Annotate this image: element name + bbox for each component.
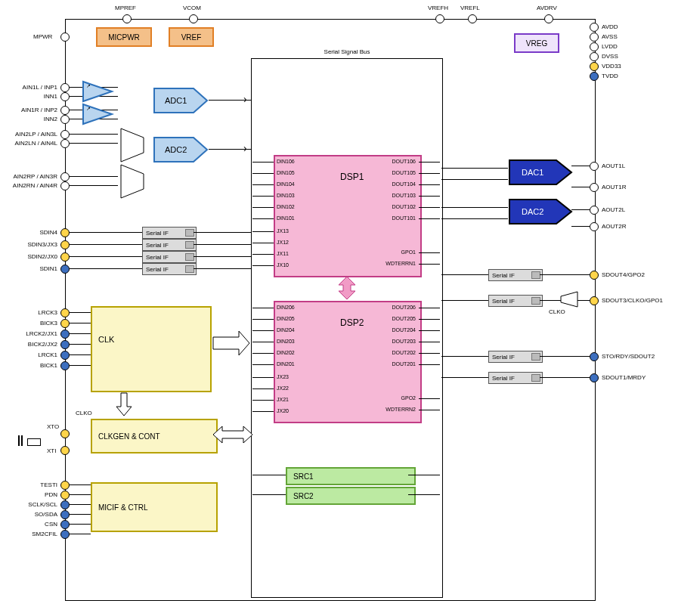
pin-sdout-0 [590, 271, 599, 280]
dsp-dsp.jx2-0: JX23 [277, 374, 289, 379]
block-clkgen: CLKGEN & CONT [91, 419, 218, 453]
dsp-dsp.dout1-2: DOUT104 [382, 181, 416, 187]
serialif-out-1: Serial IF [488, 295, 543, 307]
pin-sdin-3 [60, 265, 70, 274]
label-aout-0: AOUT1L [602, 163, 625, 169]
label-ain-0: AIN1L / INP1 [8, 84, 57, 91]
dsp-dsp.dout1-3: DOUT103 [382, 193, 416, 198]
wire-dsp.din2-1 [252, 319, 274, 320]
micpwr-label: MICPWR [108, 33, 140, 42]
wire-sdin-1 [70, 244, 142, 245]
wire-dac1b [441, 179, 508, 180]
arrow-adc1: › [243, 95, 247, 103]
dsp-dsp.jx1-0: JX13 [277, 228, 289, 234]
label-mpref: MPREF [115, 5, 136, 11]
vref-label: VREF [181, 33, 202, 42]
serialif-in-1: Serial IF [142, 239, 197, 251]
block-src2: SRC2 [286, 487, 416, 505]
pin-sdin-0 [60, 228, 70, 237]
pin-clk-5 [60, 361, 70, 370]
block-vref: VREF [169, 27, 214, 47]
pin-ain-2 [60, 106, 70, 115]
wire-dsp.extra2-1 [419, 410, 440, 410]
wire-sdout-3 [540, 377, 590, 378]
label-ain-5: AIN2LN / AIN4L [8, 140, 57, 147]
pin-clk-3 [60, 340, 70, 349]
svg-marker-4 [121, 128, 144, 162]
wire-sdin-0 [70, 232, 142, 233]
pin-ctrl-1 [60, 491, 70, 500]
pin-mpref [122, 14, 132, 23]
block-adc1: ADC1 [153, 87, 209, 114]
pin-sdin-1 [60, 240, 70, 249]
wire-sdout-bus-2 [441, 356, 488, 357]
label-tvdd: TVDD [602, 73, 618, 79]
pin-ain-7 [60, 181, 70, 190]
wire-ain-7 [70, 185, 118, 186]
svg-text:↗: ↗ [86, 83, 91, 88]
wire-dsp.din1-4 [252, 207, 274, 208]
wire-dsp.din1-1 [252, 173, 274, 174]
pin-ain-3 [60, 115, 70, 124]
wire-sdout-bus-1 [441, 300, 488, 301]
pin-sdout-2 [590, 352, 599, 361]
adc1-label: ADC1 [165, 96, 187, 105]
pin-avss [590, 33, 599, 42]
pin-vdd33 [590, 62, 599, 71]
wire-sdout-bus-0 [441, 274, 488, 275]
svg-marker-9 [561, 292, 577, 307]
dsp-dsp.jx1-1: JX12 [277, 240, 289, 245]
wire-dsp.dout1-0 [419, 162, 440, 163]
dsp-dsp.din2-5: DIN201 [277, 361, 295, 367]
svg-marker-8 [339, 277, 355, 299]
wire-dac2a [441, 207, 508, 208]
pin-ctrl-4 [60, 520, 70, 529]
pin-dvss [590, 52, 599, 61]
wire-dsp.din1-2 [252, 184, 274, 185]
pin-clk-4 [60, 351, 70, 360]
label-aout-1: AOUT1R [602, 184, 626, 190]
dac1-label: DAC1 [522, 168, 543, 177]
clk-to-bus-arrow-icon [212, 330, 251, 357]
crystal-icon [27, 438, 41, 446]
wire-aout-2 [571, 209, 590, 210]
wire-dsp.jx1-2 [252, 254, 274, 255]
dsp-dsp.din1-1: DIN105 [277, 170, 295, 175]
wire-dsp.dout2-3 [419, 342, 440, 342]
wire-sdin-bus-3 [194, 268, 251, 269]
label-ain-7: AIN2RN / AIN4R [8, 182, 57, 189]
dsp-dsp.din2-2: DIN204 [277, 327, 295, 333]
label-vrefl: VREFL [460, 5, 480, 11]
label-sdout-2: STO/RDY/SDOUT2 [602, 353, 655, 360]
label-ain-1: INN1 [8, 93, 57, 100]
label-sdin-2: SDIN2/JX0 [17, 253, 57, 260]
dsp-dsp.jx2-1: JX22 [277, 385, 289, 391]
label-clk-4: LRCK1 [17, 351, 57, 358]
dsp-dsp.dout1-4: DOUT102 [382, 204, 416, 209]
wire-clk-4 [70, 354, 91, 355]
pin-clk-0 [60, 308, 70, 317]
dsp-dsp.extra1-1: WDTERRN1 [382, 261, 416, 266]
pin-xto [60, 429, 70, 438]
label-xto: XTO [47, 423, 59, 430]
dsp-dsp.jx1-3: JX10 [277, 262, 289, 268]
wire-dsp.jx2-0 [252, 377, 274, 378]
wire-ctrl-0 [70, 484, 91, 485]
pin-xti [60, 446, 70, 455]
clkgen-bus-arrow-icon [212, 423, 254, 446]
pin-vrefh [435, 14, 444, 23]
dsp-dsp.extra2-1: WDTERRN2 [382, 407, 416, 412]
dsp-dsp.din1-5: DIN101 [277, 215, 295, 221]
dsp-dsp.jx2-3: JX20 [277, 408, 289, 413]
wire-sdout-0 [540, 274, 590, 275]
clko-demux-icon [559, 290, 579, 308]
dsp-dsp.din1-3: DIN103 [277, 193, 295, 198]
pga1-icon: ↗ [82, 80, 115, 103]
serialif-out-2: Serial IF [488, 351, 543, 363]
pin-vrefl [468, 14, 477, 23]
wire-dsp.din1-3 [252, 196, 274, 197]
dsp-dsp.extra2-0: GPO2 [382, 395, 416, 401]
dsp-dsp.din2-0: DIN206 [277, 305, 295, 310]
dsp-dsp.dout2-2: DOUT204 [382, 327, 416, 333]
adc2-label: ADC2 [165, 145, 187, 154]
